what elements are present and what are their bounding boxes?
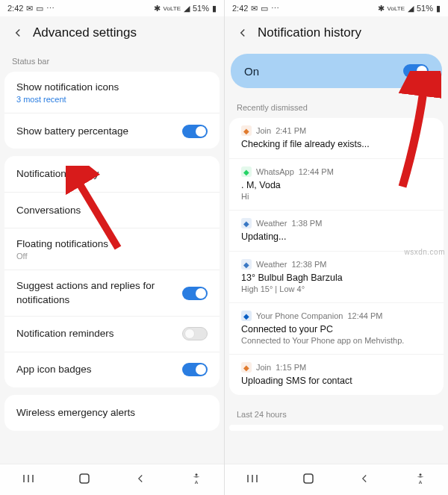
notif-body: High 15° | Low 4° — [241, 284, 432, 293]
notification-item[interactable]: ◆ Weather 12:38 PM 13° Bulbul Bagh Barzu… — [229, 251, 444, 302]
notification-item[interactable]: ◆ Weather 1:38 PM Updating... — [229, 210, 444, 251]
row-show-battery-percentage[interactable]: Show battery percentage — [4, 113, 220, 149]
volte-icon: VoLTE — [388, 5, 405, 12]
back-button[interactable] — [7, 22, 28, 43]
svg-rect-3 — [80, 474, 89, 483]
wifi-icon: ⋯ — [46, 4, 55, 13]
status-time: 2:42 — [7, 4, 23, 13]
row-conversations[interactable]: Conversations — [4, 192, 220, 228]
notif-title: Updating... — [241, 231, 432, 242]
notif-title: Connected to your PC — [241, 324, 432, 334]
notif-title: . M, Voda — [241, 180, 432, 190]
row-suggest-actions[interactable]: Suggest actions and replies for notifica… — [4, 270, 220, 315]
app-icon: ◆ — [241, 125, 252, 136]
nav-home[interactable] — [302, 472, 315, 488]
row-title: Suggest actions and replies for notifica… — [16, 279, 182, 306]
notif-title: 13° Bulbul Bagh Barzula — [241, 273, 432, 283]
notif-time: 1:38 PM — [291, 219, 322, 228]
nav-recents[interactable] — [246, 472, 259, 488]
wifi-icon: ⋯ — [271, 4, 279, 13]
svg-point-9 — [419, 473, 421, 476]
section-last-24h: Last 24 hours — [225, 402, 448, 422]
signal-icon: ◢ — [184, 4, 190, 13]
notif-title: Uploading SMS for contact — [241, 376, 432, 386]
header: Notification history — [225, 16, 448, 49]
row-title: Notification reminders — [16, 327, 182, 340]
row-title: Notification history — [16, 167, 208, 181]
toggle-history-on[interactable] — [403, 64, 429, 78]
notification-item[interactable]: ◆ WhatsApp 12:44 PM . M, Voda Hi — [229, 158, 444, 210]
card-statusbar-settings: Show notification icons 3 most recent Sh… — [4, 72, 220, 149]
phone-left: 2:42 ✉ ▭ ⋯ ✱ VoLTE ◢ 51% ▮ Advanced sett… — [0, 0, 224, 495]
card-recent-notifications: ◆ Join 2:41 PM Checking if file already … — [229, 118, 444, 395]
section-status-bar: Status bar — [0, 49, 224, 69]
bluetooth-icon: ✱ — [154, 4, 161, 13]
notification-item[interactable]: ◆ Your Phone Companion 12:44 PM Connecte… — [229, 302, 444, 354]
watermark: wsxdn.com — [404, 248, 445, 256]
notif-body: Hi — [241, 192, 432, 201]
card-last24 — [229, 425, 444, 431]
row-app-icon-badges[interactable]: App icon badges — [4, 352, 220, 387]
notif-time: 12:38 PM — [291, 260, 326, 269]
row-wireless-emergency[interactable]: Wireless emergency alerts — [4, 395, 220, 431]
nav-accessibility[interactable] — [414, 472, 427, 488]
page-title: Notification history — [258, 25, 361, 40]
row-notification-history[interactable]: Notification history — [4, 156, 220, 192]
app-icon: ◆ — [241, 259, 252, 270]
row-title: Show notification icons — [16, 81, 208, 94]
row-title: App icon badges — [16, 363, 182, 376]
on-label: On — [244, 65, 259, 78]
nav-recents[interactable] — [22, 472, 35, 488]
toggle-notification-reminders[interactable] — [182, 327, 208, 340]
page-title: Advanced settings — [33, 25, 137, 40]
volte-icon: VoLTE — [164, 5, 181, 12]
mail-icon: ✉ — [251, 4, 258, 13]
app-icon: ◆ — [241, 166, 252, 177]
battery-icon: ▮ — [212, 4, 217, 13]
status-bar: 2:42 ✉ ▭ ⋯ ✱ VoLTE ◢ 51% ▮ — [225, 0, 448, 16]
header: Advanced settings — [0, 16, 224, 49]
toggle-suggest-actions[interactable] — [182, 287, 208, 300]
notif-app: Weather — [256, 260, 287, 269]
status-bar: 2:42 ✉ ▭ ⋯ ✱ VoLTE ◢ 51% ▮ — [0, 0, 224, 16]
row-show-notification-icons[interactable]: Show notification icons 3 most recent — [4, 72, 220, 113]
history-on-pill[interactable]: On — [231, 54, 442, 88]
notif-title: Checking if file already exists... — [241, 139, 432, 149]
nav-back[interactable] — [134, 472, 147, 488]
chat-icon: ▭ — [261, 4, 268, 13]
row-title: Show battery percentage — [16, 125, 182, 138]
row-sub: 3 most recent — [16, 95, 208, 104]
app-icon: ◆ — [241, 218, 252, 228]
card-notifications: Notification history Conversations Float… — [4, 156, 220, 387]
status-time: 2:42 — [232, 4, 248, 13]
notif-app: Join — [256, 363, 271, 372]
nav-bar — [0, 464, 224, 495]
nav-home[interactable] — [78, 472, 91, 488]
battery-icon: ▮ — [436, 4, 441, 13]
notif-time: 12:44 PM — [347, 311, 382, 320]
notif-body: Connected to Your Phone app on Mehvisthp… — [241, 336, 432, 345]
signal-icon: ◢ — [408, 4, 414, 13]
svg-rect-8 — [304, 474, 313, 483]
toggle-app-icon-badges[interactable] — [182, 363, 208, 376]
nav-back[interactable] — [358, 472, 371, 488]
svg-point-4 — [195, 473, 197, 476]
notification-item[interactable]: ◆ Join 1:15 PM Uploading SMS for contact — [229, 354, 444, 395]
notification-item[interactable]: ◆ Join 2:41 PM Checking if file already … — [229, 118, 444, 158]
app-icon: ◆ — [241, 311, 252, 321]
notif-time: 2:41 PM — [276, 126, 306, 135]
row-notification-reminders[interactable]: Notification reminders — [4, 316, 220, 352]
back-button[interactable] — [232, 22, 253, 43]
app-icon: ◆ — [241, 362, 252, 373]
chat-icon: ▭ — [36, 4, 43, 13]
row-title: Floating notifications — [16, 237, 208, 251]
nav-bar — [225, 464, 448, 495]
row-title: Conversations — [16, 204, 208, 217]
toggle-battery-percentage[interactable] — [182, 125, 208, 138]
notif-time: 1:15 PM — [276, 363, 306, 372]
battery-text: 51% — [193, 4, 209, 13]
row-floating-notifications[interactable]: Floating notifications Off — [4, 228, 220, 270]
mail-icon: ✉ — [26, 4, 33, 13]
bluetooth-icon: ✱ — [378, 4, 385, 13]
nav-accessibility[interactable] — [190, 472, 203, 488]
